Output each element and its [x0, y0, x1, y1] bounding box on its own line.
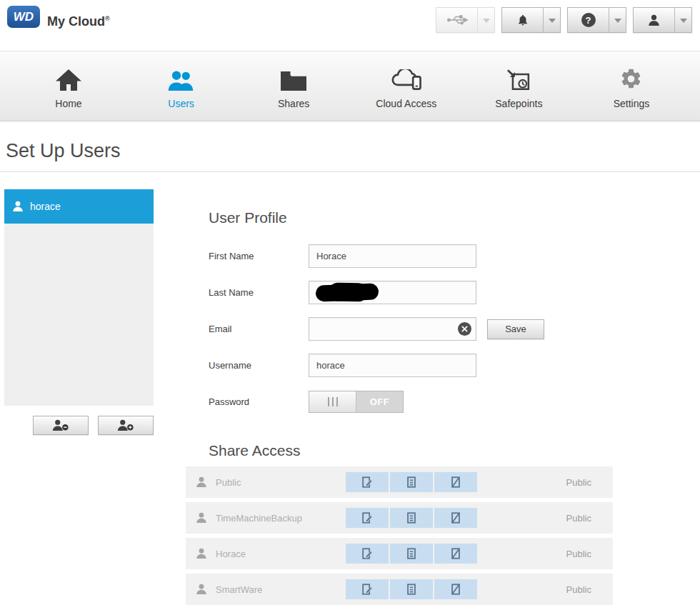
- users-icon: [167, 64, 196, 91]
- no-access-button[interactable]: [434, 472, 477, 492]
- read-only-button[interactable]: [390, 544, 433, 564]
- no-access-button[interactable]: [434, 508, 477, 528]
- full-access-button[interactable]: [346, 508, 389, 528]
- user-list: horace: [4, 189, 154, 406]
- no-access-icon: [449, 476, 462, 489]
- toggle-state: OFF: [356, 391, 403, 412]
- username-row: Username: [209, 354, 476, 377]
- password-label: Password: [209, 396, 309, 407]
- write-access-icon: [361, 583, 374, 596]
- access-level-control: [346, 472, 477, 492]
- read-only-icon: [405, 583, 418, 596]
- share-person-icon: [196, 512, 216, 524]
- product-name: My Cloud®: [47, 14, 110, 29]
- share-row-horace: Horace Public: [186, 538, 613, 569]
- person-icon: [12, 201, 24, 212]
- share-level: Public: [477, 513, 613, 524]
- full-access-button[interactable]: [346, 544, 389, 564]
- no-access-button[interactable]: [434, 544, 477, 564]
- write-access-icon: [361, 547, 374, 560]
- user-list-item-horace[interactable]: horace: [4, 189, 154, 224]
- nav-item-home[interactable]: Home: [29, 51, 109, 121]
- usb-device-button[interactable]: [436, 7, 495, 33]
- first-name-label: First Name: [209, 251, 309, 261]
- folder-icon: [281, 64, 306, 91]
- chevron-down-icon: [680, 19, 687, 26]
- read-only-button[interactable]: [390, 579, 433, 599]
- no-access-icon: [449, 547, 462, 560]
- cloud-device-icon: [390, 64, 423, 91]
- usb-dropdown[interactable]: [477, 8, 494, 32]
- remove-user-button[interactable]: [33, 416, 89, 435]
- share-row-smartware: SmartWare Public: [186, 574, 613, 605]
- user-list-actions: [33, 416, 154, 435]
- full-access-button[interactable]: [346, 472, 389, 492]
- person-plus-icon: [117, 419, 134, 431]
- help-button[interactable]: ?: [567, 7, 626, 33]
- nav-label: Shares: [278, 98, 309, 109]
- read-only-icon: [405, 476, 418, 489]
- write-access-icon: [361, 511, 374, 524]
- share-row-timemachinebackup: TimeMachineBackup Public: [186, 502, 613, 534]
- share-level: Public: [477, 477, 613, 488]
- gear-icon: [619, 64, 643, 91]
- access-level-control: [346, 508, 477, 528]
- user-icon: [634, 8, 674, 32]
- username-input[interactable]: [309, 354, 476, 377]
- share-name: Horace: [216, 549, 346, 559]
- email-input[interactable]: [309, 317, 476, 341]
- nav-item-settings[interactable]: Settings: [591, 51, 671, 121]
- full-access-button[interactable]: [346, 579, 389, 599]
- user-menu-button[interactable]: [633, 7, 692, 33]
- chevron-down-icon: [549, 19, 556, 26]
- no-access-icon: [449, 583, 462, 596]
- access-level-control: [346, 544, 477, 564]
- first-name-input[interactable]: [309, 244, 476, 268]
- read-only-button[interactable]: [390, 472, 433, 492]
- first-name-row: First Name: [209, 244, 476, 268]
- usb-icon: [436, 8, 477, 32]
- help-dropdown[interactable]: [609, 8, 626, 32]
- read-only-icon: [405, 547, 418, 560]
- home-icon: [56, 64, 81, 91]
- alerts-dropdown[interactable]: [543, 8, 560, 32]
- email-label: Email: [209, 324, 309, 334]
- share-person-icon: [196, 548, 216, 559]
- registered-mark: ®: [105, 15, 110, 22]
- share-name: TimeMachineBackup: [216, 513, 346, 524]
- password-toggle[interactable]: OFF: [309, 391, 404, 413]
- password-row: Password OFF: [209, 390, 404, 414]
- no-access-icon: [449, 511, 462, 524]
- nav-item-users[interactable]: Users: [141, 51, 221, 121]
- share-level: Public: [477, 549, 613, 559]
- nav-item-cloud-access[interactable]: Cloud Access: [366, 51, 446, 121]
- redaction-scribble: [316, 283, 379, 301]
- nav-item-safepoints[interactable]: Safepoints: [479, 51, 559, 121]
- no-access-button[interactable]: [434, 579, 477, 599]
- save-button[interactable]: Save: [487, 319, 544, 339]
- wd-logo: WD: [7, 6, 40, 28]
- share-level: Public: [477, 584, 613, 595]
- nav-item-shares[interactable]: Shares: [254, 51, 334, 121]
- share-name: SmartWare: [216, 584, 346, 595]
- share-name: Public: [216, 477, 346, 488]
- safepoint-icon: [506, 64, 531, 91]
- add-user-button[interactable]: [98, 416, 154, 435]
- chevron-down-icon: [614, 19, 621, 26]
- bell-icon: [502, 8, 543, 32]
- nav-label: Safepoints: [495, 98, 542, 109]
- user-dropdown[interactable]: [674, 8, 691, 32]
- nav-label: Home: [55, 98, 81, 109]
- user-name: horace: [30, 201, 61, 212]
- last-name-row: Last Name: [209, 281, 476, 304]
- nav-label: Settings: [614, 98, 650, 109]
- alerts-button[interactable]: [501, 7, 561, 33]
- wd-logo-text: WD: [14, 10, 34, 24]
- clear-email-button[interactable]: [458, 322, 471, 336]
- write-access-icon: [361, 476, 374, 489]
- share-access-list: Public Public TimeMachineBackup Public: [186, 466, 613, 609]
- person-minus-icon: [52, 419, 69, 431]
- email-row: Email Save: [209, 317, 544, 341]
- app-header: WD My Cloud®: [0, 0, 700, 51]
- read-only-button[interactable]: [390, 508, 433, 528]
